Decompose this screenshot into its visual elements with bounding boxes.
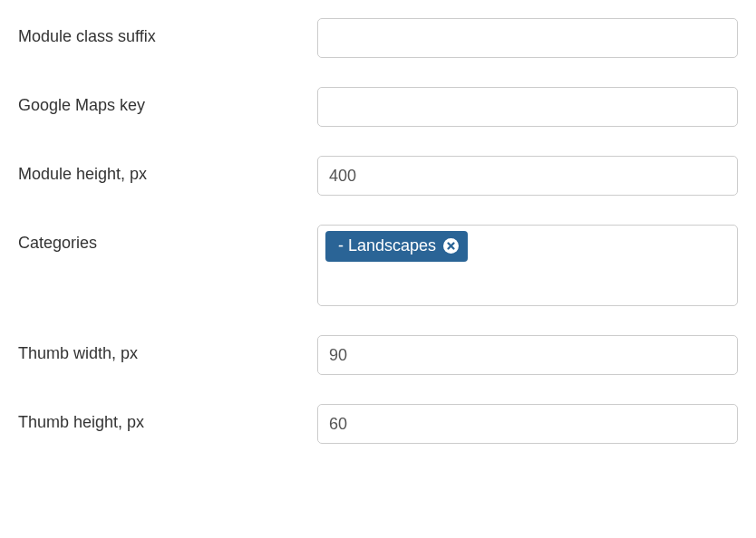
row-thumb-height: Thumb height, px <box>18 404 738 444</box>
input-google-maps-key[interactable] <box>317 87 738 127</box>
input-module-height[interactable] <box>317 156 738 196</box>
control-thumb-width <box>317 335 738 375</box>
row-categories: Categories - Landscapes <box>18 225 738 306</box>
control-module-height <box>317 156 738 196</box>
row-google-maps-key: Google Maps key <box>18 87 738 127</box>
categories-tag-input[interactable]: - Landscapes <box>317 225 738 306</box>
remove-icon[interactable] <box>443 238 459 254</box>
control-module-class-suffix <box>317 18 738 58</box>
control-thumb-height <box>317 404 738 444</box>
row-thumb-width: Thumb width, px <box>18 335 738 375</box>
control-google-maps-key <box>317 87 738 127</box>
row-module-height: Module height, px <box>18 156 738 196</box>
input-thumb-width[interactable] <box>317 335 738 375</box>
input-thumb-height[interactable] <box>317 404 738 444</box>
label-module-class-suffix: Module class suffix <box>18 18 317 46</box>
label-thumb-width: Thumb width, px <box>18 335 317 363</box>
row-module-class-suffix: Module class suffix <box>18 18 738 58</box>
category-tag-label: - Landscapes <box>338 236 436 256</box>
label-module-height: Module height, px <box>18 156 317 184</box>
label-thumb-height: Thumb height, px <box>18 404 317 432</box>
label-categories: Categories <box>18 225 317 253</box>
category-tag: - Landscapes <box>325 231 468 262</box>
input-module-class-suffix[interactable] <box>317 18 738 58</box>
control-categories: - Landscapes <box>317 225 738 306</box>
label-google-maps-key: Google Maps key <box>18 87 317 115</box>
